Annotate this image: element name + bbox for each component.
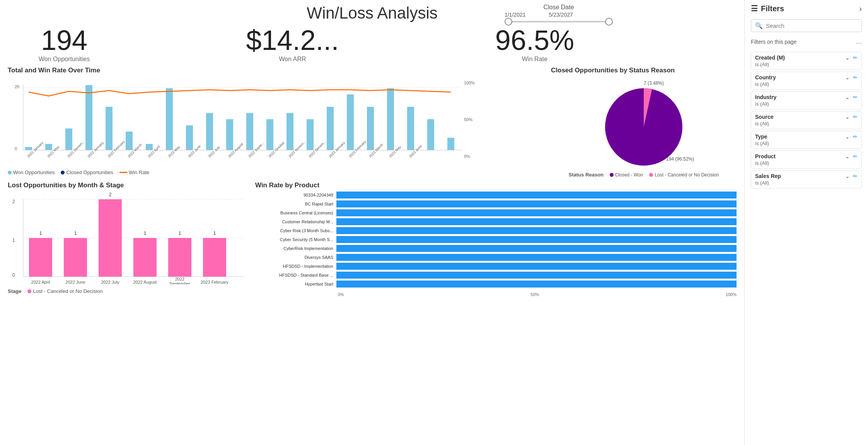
svg-rect-26 bbox=[407, 107, 414, 150]
product-bar-row: BC Rapid Start bbox=[255, 200, 737, 207]
x-label-50: 50% bbox=[530, 292, 539, 297]
svg-rect-9 bbox=[65, 128, 72, 150]
filter-eraser[interactable]: ✏ bbox=[853, 55, 858, 61]
kpi-win-rate: 96.5% Win Rate bbox=[495, 26, 574, 63]
filters-dots[interactable]: ... bbox=[856, 38, 862, 46]
product-label: BC Rapid Start bbox=[255, 202, 336, 206]
filter-value: is (All) bbox=[755, 62, 858, 67]
legend-won-dot bbox=[8, 171, 12, 175]
product-label: 90334-2204348 bbox=[255, 193, 336, 197]
product-label: HFSDSD - Standard Base ... bbox=[255, 273, 336, 277]
legend-won: Won Opportunities bbox=[8, 169, 55, 175]
product-bar-fill bbox=[336, 263, 737, 270]
product-bar-bg bbox=[336, 245, 737, 252]
product-bar-fill bbox=[336, 245, 737, 252]
charts-top-row: Total and Win Rate Over Time 20 0 100% 5… bbox=[8, 67, 737, 178]
legend-won-label: Won Opportunities bbox=[13, 169, 55, 175]
x-label-0: 0% bbox=[338, 292, 344, 297]
svg-text:1: 1 bbox=[39, 231, 42, 236]
svg-text:0: 0 bbox=[12, 272, 15, 278]
filter-chevron[interactable]: ⌄ bbox=[845, 153, 850, 159]
kpi-winrate-label: Win Rate bbox=[495, 56, 574, 63]
svg-text:100%: 100% bbox=[464, 80, 475, 85]
svg-rect-71 bbox=[168, 238, 191, 277]
search-box[interactable]: 🔍 bbox=[751, 19, 862, 32]
filter-eraser[interactable]: ✏ bbox=[853, 94, 858, 100]
product-bar-bg bbox=[336, 263, 737, 270]
filter-chevron[interactable]: ⌄ bbox=[845, 173, 850, 179]
total-win-chart-legend: Won Opportunities Closed Opportunities W… bbox=[8, 169, 543, 175]
svg-rect-65 bbox=[99, 199, 122, 277]
filter-chevron[interactable]: ⌄ bbox=[845, 134, 850, 140]
product-bar-row: HFSDSD - Implementation bbox=[255, 263, 737, 270]
closed-opportunities-chart: Closed Opportunities by Status Reason 7 … bbox=[551, 67, 737, 178]
pie-svg bbox=[597, 77, 690, 169]
svg-rect-13 bbox=[146, 144, 153, 150]
filter-eraser[interactable]: ✏ bbox=[853, 114, 858, 120]
svg-rect-21 bbox=[307, 119, 314, 150]
total-win-rate-title: Total and Win Rate Over Time bbox=[8, 67, 543, 74]
product-bar-row: CyberRisk Implementation bbox=[255, 245, 737, 252]
product-bar-row: Business Central (Licenses) bbox=[255, 209, 737, 216]
svg-rect-7 bbox=[25, 147, 32, 150]
slider-thumb-left[interactable] bbox=[505, 18, 512, 26]
product-label: Cyber Risk (3 Month Subs... bbox=[255, 228, 336, 233]
product-bar-bg bbox=[336, 200, 737, 207]
lost-opp-title: Lost Opportunities by Month & Stage bbox=[8, 181, 247, 189]
product-bar-row: Hyperfast Start bbox=[255, 281, 737, 288]
filter-eraser[interactable]: ✏ bbox=[853, 153, 858, 159]
product-label: Customer Relationship M... bbox=[255, 219, 336, 224]
filter-value: is (All) bbox=[755, 180, 858, 186]
svg-rect-23 bbox=[347, 94, 354, 150]
product-bar-fill bbox=[336, 254, 737, 261]
lost-legend-label: Lost - Canceled or No Decision bbox=[33, 288, 102, 294]
closed-opp-title: Closed Opportunities by Status Reason bbox=[551, 67, 737, 74]
product-bar-bg bbox=[336, 272, 737, 279]
kpi-winrate-value: 96.5% bbox=[495, 26, 574, 54]
sidebar-expand-button[interactable]: › bbox=[859, 4, 862, 13]
filter-chevron[interactable]: ⌄ bbox=[845, 94, 850, 100]
svg-text:2022 August: 2022 August bbox=[133, 280, 157, 284]
search-input[interactable] bbox=[766, 22, 858, 29]
lost-legend-dot bbox=[27, 289, 31, 293]
total-win-rate-chart: Total and Win Rate Over Time 20 0 100% 5… bbox=[8, 67, 543, 178]
product-bar-bg bbox=[336, 254, 737, 261]
filter-item[interactable]: Created (M) ⌄ ✏ is (All) bbox=[751, 52, 862, 70]
closed-won-dot bbox=[610, 173, 614, 177]
filter-chevron[interactable]: ⌄ bbox=[845, 74, 850, 80]
date-slider[interactable] bbox=[505, 21, 613, 22]
lost-canceled-dot bbox=[649, 173, 653, 177]
filter-value: is (All) bbox=[755, 121, 858, 127]
closed-won-label: Closed - Won bbox=[615, 172, 643, 178]
product-bar-row: Cyber Risk (3 Month Subs... bbox=[255, 227, 737, 234]
filter-item[interactable]: Sales Rep ⌄ ✏ is (All) bbox=[751, 170, 862, 188]
product-bar-row: Diversys SAAS bbox=[255, 254, 737, 261]
lost-opportunities-chart: Lost Opportunities by Month & Stage 2 1 … bbox=[8, 181, 247, 297]
filter-item[interactable]: Country ⌄ ✏ is (All) bbox=[751, 72, 862, 90]
pie-bottom-label: 194 (96.52%) bbox=[666, 156, 694, 162]
search-icon: 🔍 bbox=[755, 22, 763, 29]
svg-text:1: 1 bbox=[213, 231, 216, 236]
filter-eraser[interactable]: ✏ bbox=[853, 173, 858, 179]
product-label: Business Central (Licenses) bbox=[255, 211, 336, 215]
filter-item[interactable]: Source ⌄ ✏ is (All) bbox=[751, 111, 862, 129]
filter-chevron[interactable]: ⌄ bbox=[845, 114, 850, 120]
svg-rect-27 bbox=[427, 119, 434, 150]
slider-thumb-right[interactable] bbox=[605, 18, 613, 26]
product-bar-bg bbox=[336, 209, 737, 216]
sidebar-header: ☰ Filters › bbox=[751, 4, 862, 13]
legend-closed-dot bbox=[61, 171, 65, 175]
kpi-won-label: Won Opportunities bbox=[39, 56, 90, 63]
svg-text:0: 0 bbox=[15, 146, 17, 151]
legend-lost-canceled: Lost - Canceled or No Decision bbox=[649, 172, 719, 178]
filter-value: is (All) bbox=[755, 140, 858, 146]
product-bar-bg bbox=[336, 218, 737, 225]
filter-item[interactable]: Industry ⌄ ✏ is (All) bbox=[751, 91, 862, 110]
filter-chevron[interactable]: ⌄ bbox=[845, 55, 850, 61]
filter-eraser[interactable]: ✏ bbox=[853, 134, 858, 140]
filter-item[interactable]: Type ⌄ ✏ is (All) bbox=[751, 131, 862, 149]
svg-rect-22 bbox=[327, 107, 334, 150]
filter-item[interactable]: Product ⌄ ✏ is (All) bbox=[751, 151, 862, 169]
svg-text:50%: 50% bbox=[464, 117, 472, 122]
filter-eraser[interactable]: ✏ bbox=[853, 74, 858, 80]
